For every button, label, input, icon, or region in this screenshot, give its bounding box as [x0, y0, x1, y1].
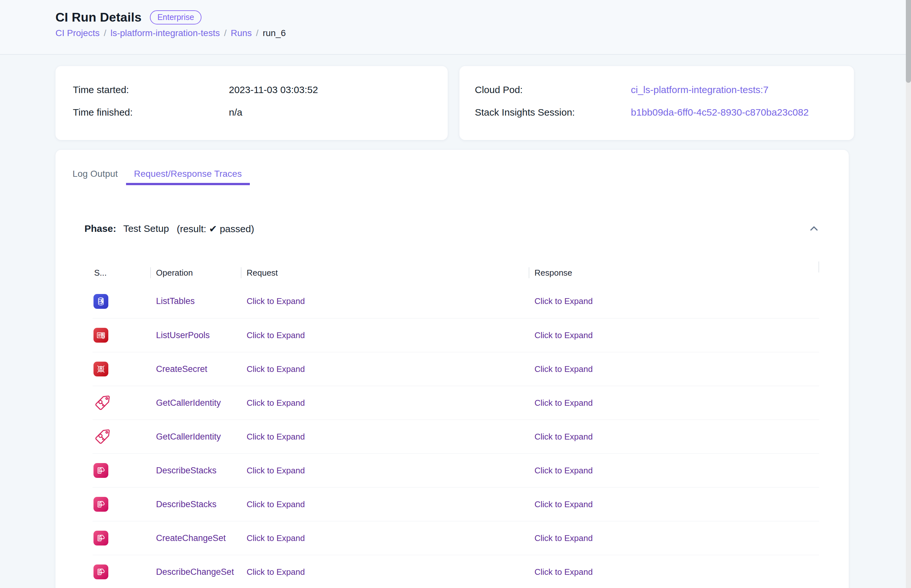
table-row: DescribeStacks Click to Expand Click to … [92, 487, 819, 521]
table-row: CreateSecret Click to Expand Click to Ex… [92, 352, 819, 386]
operation-link[interactable]: GetCallerIdentity [156, 432, 221, 441]
scrollbar-thumb[interactable] [906, 0, 911, 83]
response-expand-link[interactable]: Click to Expand [535, 398, 593, 408]
operation-link[interactable]: GetCallerIdentity [156, 398, 221, 408]
response-expand-link[interactable]: Click to Expand [535, 296, 593, 306]
breadcrumb-separator: / [256, 28, 259, 39]
page-content: Time started: 2023-11-03 03:03:52 Time f… [0, 66, 911, 588]
request-expand-link[interactable]: Click to Expand [246, 432, 305, 441]
run-times-card: Time started: 2023-11-03 03:03:52 Time f… [55, 66, 448, 140]
sts-key-tag-icon [94, 428, 112, 446]
time-started-row: Time started: 2023-11-03 03:03:52 [73, 83, 431, 97]
table-row: ListTables Click to Expand Click to Expa… [92, 284, 819, 318]
secrets-manager-icon [94, 362, 108, 376]
request-expand-link[interactable]: Click to Expand [246, 533, 305, 543]
cloud-pod-link[interactable]: ci_ls-platform-integration-tests:7 [631, 84, 768, 95]
operation-link[interactable]: DescribeStacks [156, 499, 217, 509]
response-expand-link[interactable]: Click to Expand [535, 364, 593, 374]
stack-insights-row: Stack Insights Session: b1bb09da-6ff0-4c… [475, 105, 837, 120]
phase-label: Phase: [84, 223, 116, 234]
tab-log-output[interactable]: Log Output [65, 163, 126, 185]
cloudformation-icon [94, 564, 108, 579]
response-expand-link[interactable]: Click to Expand [535, 499, 593, 509]
request-expand-link[interactable]: Click to Expand [246, 398, 305, 408]
response-expand-link[interactable]: Click to Expand [535, 567, 593, 577]
sts-key-tag-icon [94, 394, 112, 412]
tab-bar: Log Output Request/Response Traces [55, 163, 849, 185]
phase-header[interactable]: Phase: Test Setup (result: ✔ passed) [55, 221, 849, 236]
phase-name: Test Setup [123, 223, 169, 234]
time-started-value: 2023-11-03 03:03:52 [229, 84, 318, 95]
enterprise-badge: Enterprise [150, 10, 201, 24]
request-expand-link[interactable]: Click to Expand [246, 364, 305, 374]
column-header-operation: Operation [150, 267, 241, 279]
phase-text: Phase: Test Setup (result: ✔ passed) [84, 223, 254, 234]
page-header: CI Run Details Enterprise CI Projects / … [0, 0, 911, 55]
response-expand-link[interactable]: Click to Expand [535, 533, 593, 543]
breadcrumb-project[interactable]: ls-platform-integration-tests [110, 28, 220, 39]
response-expand-link[interactable]: Click to Expand [535, 330, 593, 340]
page-scrollbar[interactable] [906, 0, 911, 588]
operation-link[interactable]: DescribeChangeSet [156, 567, 234, 577]
cloud-pod-label: Cloud Pod: [475, 84, 631, 95]
breadcrumb-runs[interactable]: Runs [231, 28, 252, 39]
cloud-pod-row: Cloud Pod: ci_ls-platform-integration-te… [475, 83, 837, 97]
request-expand-link[interactable]: Click to Expand [246, 466, 305, 475]
operation-link[interactable]: CreateSecret [156, 364, 207, 374]
request-expand-link[interactable]: Click to Expand [246, 330, 305, 340]
time-finished-label: Time finished: [73, 107, 229, 118]
breadcrumb-current-run: run_6 [263, 28, 286, 39]
cognito-icon [94, 328, 108, 342]
request-expand-link[interactable]: Click to Expand [246, 567, 305, 577]
cloudformation-icon [94, 497, 108, 512]
table-row: ListUserPools Click to Expand Click to E… [92, 318, 819, 352]
run-links-card: Cloud Pod: ci_ls-platform-integration-te… [459, 66, 854, 140]
operation-link[interactable]: ListTables [156, 296, 195, 306]
time-finished-row: Time finished: n/a [73, 105, 431, 120]
operation-link[interactable]: DescribeStacks [156, 466, 217, 475]
column-header-service: S... [92, 267, 150, 279]
cloudformation-icon [94, 531, 108, 546]
response-expand-link[interactable]: Click to Expand [535, 466, 593, 475]
time-finished-value: n/a [229, 107, 242, 118]
column-header-request: Request [241, 267, 528, 279]
table-row: GetCallerIdentity Click to Expand Click … [92, 386, 819, 420]
operation-link[interactable]: ListUserPools [156, 330, 210, 340]
phase-result: (result: ✔ passed) [177, 223, 254, 234]
table-row: GetCallerIdentity Click to Expand Click … [92, 420, 819, 453]
dynamodb-icon [94, 294, 108, 309]
tab-request-response-traces[interactable]: Request/Response Traces [126, 163, 250, 185]
cloudformation-icon [94, 463, 108, 478]
stack-insights-label: Stack Insights Session: [475, 107, 631, 118]
column-header-response: Response [528, 267, 819, 279]
breadcrumb-separator: / [104, 28, 106, 39]
collapse-chevron-up-icon[interactable] [808, 223, 820, 234]
operation-link[interactable]: CreateChangeSet [156, 533, 226, 543]
table-header-row: S... Operation Request Response [92, 261, 819, 284]
breadcrumb: CI Projects / ls-platform-integration-te… [55, 28, 911, 39]
request-expand-link[interactable]: Click to Expand [246, 296, 305, 306]
table-row: CreateChangeSet Click to Expand Click to… [92, 521, 819, 555]
ci-run-details-page: CI Run Details Enterprise CI Projects / … [0, 0, 911, 588]
traces-card: Log Output Request/Response Traces Phase… [55, 150, 849, 588]
trace-table: S... Operation Request Response ListTabl… [92, 261, 819, 588]
request-expand-link[interactable]: Click to Expand [246, 499, 305, 509]
response-expand-link[interactable]: Click to Expand [535, 432, 593, 441]
breadcrumb-separator: / [224, 28, 227, 39]
table-row: DescribeStacks Click to Expand Click to … [92, 453, 819, 487]
page-title: CI Run Details [55, 9, 141, 26]
time-started-label: Time started: [73, 84, 229, 95]
stack-insights-session-link[interactable]: b1bb09da-6ff0-4c52-8930-c870ba23c082 [631, 107, 809, 118]
breadcrumb-ci-projects[interactable]: CI Projects [55, 28, 100, 39]
table-row: DescribeChangeSet Click to Expand Click … [92, 555, 819, 588]
